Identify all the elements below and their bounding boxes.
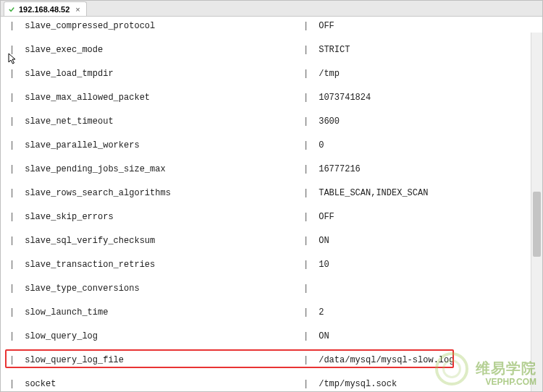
row-pipe-left: | [9, 212, 20, 222]
row-pipe-mid: | [303, 307, 313, 318]
variable-value: /data/mysql/mysql-slow.log [313, 355, 528, 365]
vertical-scrollbar[interactable] [531, 33, 542, 391]
connection-ok-icon [9, 7, 14, 12]
row-pipe-left: | [9, 260, 20, 270]
row-pipe-mid: | [303, 260, 313, 270]
row-pipe-mid: | [303, 379, 313, 389]
row-pipe-mid: | [303, 188, 313, 198]
variable-name: slave_pending_jobs_size_max [20, 164, 303, 174]
terminal-content: | slave_compressed_protocol| OFF| slave_… [1, 17, 542, 391]
variable-value [313, 284, 528, 294]
variable-name: slave_net_timeout [20, 116, 303, 127]
variable-name: socket [20, 379, 303, 389]
tab-bar: 192.168.48.52 × [1, 1, 542, 17]
row-pipe-left: | [9, 45, 20, 55]
variable-row: | slave_type_conversions| [9, 284, 528, 307]
variable-row: | slave_parallel_workers| 0 [9, 140, 528, 164]
variable-row: | slave_skip_errors| OFF [9, 212, 528, 236]
row-pipe-left: | [9, 331, 20, 341]
tab-active[interactable]: 192.168.48.52 × [4, 1, 87, 16]
row-pipe-mid: | [303, 284, 313, 294]
variable-row: | slow_query_log| ON [9, 331, 528, 355]
variable-value: 1073741824 [313, 93, 528, 103]
row-pipe-mid: | [303, 164, 313, 174]
variable-value: ON [313, 236, 528, 246]
variable-row: | slave_net_timeout| 3600 [9, 116, 528, 140]
variable-name: slave_type_conversions [20, 284, 303, 294]
row-pipe-left: | [9, 69, 20, 79]
variable-row: | slow_query_log_file| /data/mysql/mysql… [9, 355, 528, 379]
variable-row: | slave_compressed_protocol| OFF [9, 21, 528, 45]
variable-row: | slave_rows_search_algorithms| TABLE_SC… [9, 188, 528, 212]
variable-value: ON [313, 331, 528, 341]
variable-value: OFF [313, 21, 528, 31]
variable-name: slow_query_log [20, 331, 303, 341]
variable-name: slave_skip_errors [20, 212, 303, 222]
variable-value: TABLE_SCAN,INDEX_SCAN [313, 188, 528, 198]
row-pipe-mid: | [303, 236, 313, 246]
row-pipe-mid: | [303, 93, 313, 103]
variable-value: 10 [313, 260, 528, 270]
row-pipe-left: | [9, 188, 20, 198]
variable-value: 16777216 [313, 164, 528, 174]
variable-name: slow_query_log_file [20, 355, 303, 365]
variable-value: /tmp/mysql.sock [313, 379, 528, 389]
variable-name: slave_transaction_retries [20, 260, 303, 270]
variable-row: | slave_sql_verify_checksum| ON [9, 236, 528, 260]
variable-value: OFF [313, 212, 528, 222]
row-pipe-mid: | [303, 69, 313, 79]
row-pipe-left: | [9, 93, 20, 103]
variable-value: STRICT [313, 45, 528, 55]
variable-row: | slave_load_tmpdir| /tmp [9, 69, 528, 93]
tab-title: 192.168.48.52 [19, 5, 70, 14]
variable-row: | slave_pending_jobs_size_max| 16777216 [9, 164, 528, 188]
row-pipe-mid: | [303, 355, 313, 365]
row-pipe-left: | [9, 379, 20, 389]
variable-name: slow_launch_time [20, 307, 303, 318]
row-pipe-mid: | [303, 331, 313, 341]
variable-name: slave_rows_search_algorithms [20, 188, 303, 198]
row-pipe-left: | [9, 355, 20, 365]
row-pipe-left: | [9, 307, 20, 318]
variable-value: 2 [313, 307, 528, 318]
row-pipe-mid: | [303, 116, 313, 127]
variable-value: 0 [313, 140, 528, 150]
variable-value: 3600 [313, 116, 528, 127]
variable-value: /tmp [313, 69, 528, 79]
row-pipe-mid: | [303, 21, 313, 31]
row-pipe-mid: | [303, 212, 313, 222]
variable-name: slave_parallel_workers [20, 140, 303, 150]
row-pipe-left: | [9, 21, 20, 31]
variable-name: slave_exec_mode [20, 45, 303, 55]
row-pipe-left: | [9, 140, 20, 150]
row-pipe-left: | [9, 236, 20, 246]
row-pipe-left: | [9, 116, 20, 127]
tab-close-button[interactable]: × [74, 5, 81, 14]
variable-row: | socket| /tmp/mysql.sock [9, 379, 528, 391]
scrollbar-thumb[interactable] [533, 192, 541, 257]
variable-row: | slow_launch_time| 2 [9, 307, 528, 331]
row-pipe-mid: | [303, 45, 313, 55]
row-pipe-left: | [9, 164, 20, 174]
variable-name: slave_max_allowed_packet [20, 93, 303, 103]
variable-row: | slave_max_allowed_packet| 1073741824 [9, 93, 528, 116]
variable-name: slave_load_tmpdir [20, 69, 303, 79]
variable-name: slave_compressed_protocol [20, 21, 303, 31]
terminal-window: 192.168.48.52 × | slave_compressed_proto… [0, 0, 543, 392]
row-pipe-left: | [9, 284, 20, 294]
variable-row: | slave_exec_mode| STRICT [9, 45, 528, 69]
row-pipe-mid: | [303, 140, 313, 150]
variable-row: | slave_transaction_retries| 10 [9, 260, 528, 284]
variable-name: slave_sql_verify_checksum [20, 236, 303, 246]
